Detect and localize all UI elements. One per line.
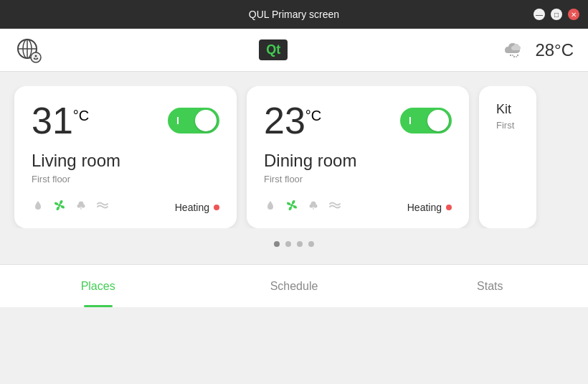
room-name-living: Living room bbox=[32, 151, 219, 171]
heating-dot-dining bbox=[446, 205, 452, 210]
titlebar-title: QUL Primary screen bbox=[249, 9, 339, 20]
header-left bbox=[14, 36, 43, 65]
svg-point-16 bbox=[82, 205, 85, 208]
titlebar: QUL Primary screen — □ ✕ bbox=[0, 0, 588, 29]
svg-point-13 bbox=[58, 204, 61, 207]
wave-icon-living bbox=[96, 199, 109, 215]
svg-point-15 bbox=[77, 205, 81, 208]
temperature-value-living: 31 bbox=[32, 102, 73, 139]
header: Qt 28°C bbox=[0, 29, 588, 72]
room-floor-dining: First floor bbox=[264, 174, 452, 184]
svg-point-10 bbox=[517, 55, 518, 56]
temperature-display-living: 31 °C bbox=[32, 102, 89, 139]
leaf-icon-dining bbox=[307, 199, 320, 215]
toggle-knob-living bbox=[195, 110, 217, 131]
titlebar-controls: — □ ✕ bbox=[534, 9, 579, 20]
room-name-kitchen: Kit bbox=[496, 102, 519, 117]
svg-point-18 bbox=[290, 204, 293, 207]
maximize-button[interactable]: □ bbox=[551, 9, 562, 20]
qt-logo: Qt bbox=[259, 39, 288, 60]
toggle-label-dining: I bbox=[409, 115, 412, 126]
svg-point-21 bbox=[314, 205, 318, 208]
card-bottom-living: Heating bbox=[32, 199, 219, 215]
temperature-unit-dining: °C bbox=[305, 108, 321, 124]
room-name-dining: Dining room bbox=[264, 151, 452, 171]
heating-dot-living bbox=[214, 205, 219, 210]
room-icons-dining bbox=[264, 199, 341, 215]
room-floor-living: First floor bbox=[32, 174, 219, 184]
nav-stats[interactable]: Stats bbox=[392, 265, 588, 307]
temperature-unit-living: °C bbox=[73, 108, 89, 124]
close-button[interactable]: ✕ bbox=[568, 9, 579, 20]
wave-icon-dining bbox=[328, 199, 341, 215]
toggle-dining[interactable]: I bbox=[400, 108, 452, 134]
leaf-icon-living bbox=[75, 199, 87, 215]
globe-settings-icon[interactable] bbox=[14, 36, 43, 65]
toggle-label-living: I bbox=[176, 115, 179, 126]
pagination-dot-1[interactable] bbox=[285, 241, 291, 247]
temperature-value-dining: 23 bbox=[264, 102, 305, 139]
svg-point-5 bbox=[35, 55, 37, 57]
main-content: 31 °C I Living room First floor bbox=[0, 72, 588, 264]
room-card-dining: 23 °C I Dining room First floor bbox=[247, 86, 469, 228]
pagination bbox=[0, 241, 588, 247]
nav-schedule[interactable]: Schedule bbox=[196, 265, 392, 307]
heating-label-dining: Heating bbox=[407, 202, 452, 213]
pagination-dot-3[interactable] bbox=[308, 241, 314, 247]
weather-section: 28°C bbox=[503, 37, 574, 62]
svg-point-4 bbox=[31, 52, 41, 62]
room-card-living: 31 °C I Living room First floor bbox=[14, 86, 237, 228]
pagination-dot-2[interactable] bbox=[297, 241, 303, 247]
svg-point-6 bbox=[34, 57, 35, 59]
card-top-living: 31 °C I bbox=[32, 102, 219, 139]
svg-rect-22 bbox=[313, 206, 314, 210]
water-icon-living bbox=[32, 199, 44, 215]
fan-icon-living bbox=[53, 199, 66, 215]
room-floor-kitchen: First bbox=[496, 120, 519, 131]
svg-point-11 bbox=[512, 55, 513, 56]
svg-point-9 bbox=[513, 56, 515, 57]
svg-point-12 bbox=[516, 56, 517, 57]
bottom-nav: Places Schedule Stats bbox=[0, 264, 588, 307]
toggle-living[interactable]: I bbox=[168, 108, 219, 134]
temperature-display-dining: 23 °C bbox=[264, 102, 321, 139]
heating-label-living: Heating bbox=[175, 202, 219, 213]
room-icons-living bbox=[32, 199, 109, 215]
card-top-dining: 23 °C I bbox=[264, 102, 452, 139]
weather-temperature: 28°C bbox=[535, 40, 574, 60]
card-bottom-dining: Heating bbox=[264, 199, 452, 215]
svg-point-7 bbox=[37, 57, 38, 59]
room-card-kitchen-partial: Kit First bbox=[479, 86, 536, 228]
pagination-dot-0[interactable] bbox=[274, 241, 280, 247]
minimize-button[interactable]: — bbox=[534, 9, 545, 20]
nav-places[interactable]: Places bbox=[0, 265, 196, 307]
weather-icon bbox=[503, 37, 529, 62]
cards-area: 31 °C I Living room First floor bbox=[0, 86, 588, 228]
svg-point-8 bbox=[510, 55, 511, 56]
water-icon-dining bbox=[264, 199, 277, 215]
fan-icon-dining bbox=[285, 199, 298, 215]
svg-point-20 bbox=[310, 205, 313, 208]
svg-rect-17 bbox=[81, 206, 82, 210]
toggle-knob-dining bbox=[427, 110, 449, 131]
